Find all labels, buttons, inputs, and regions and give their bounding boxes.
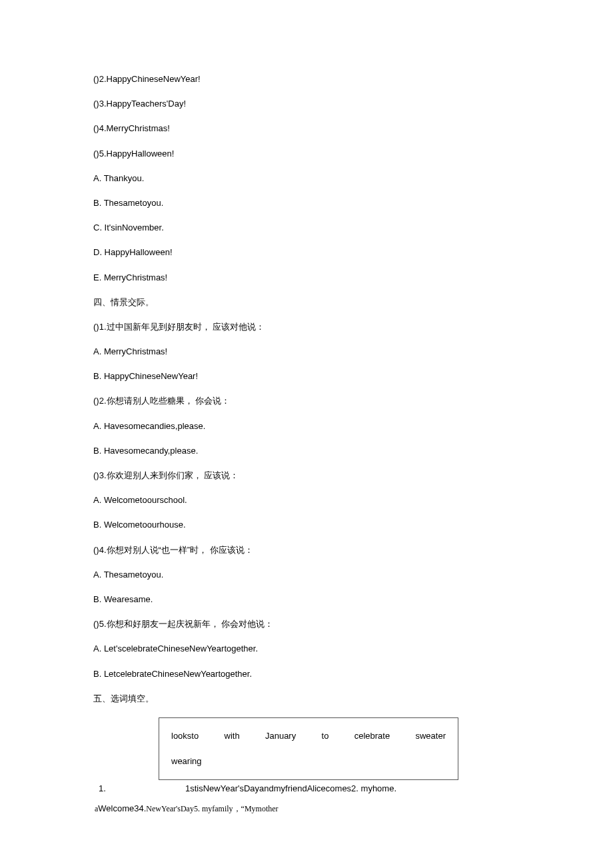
- q4-option-b: B. Wearesame.: [93, 594, 520, 606]
- match-option: C. It'sinNovember.: [93, 222, 520, 234]
- q1-prompt: ()1.过中国新年见到好朋友时， 应该对他说：: [93, 321, 520, 333]
- q5-prompt: ()5.你想和好朋友一起庆祝新年， 你会对他说：: [93, 618, 520, 630]
- section-4-title: 四、情景交际。: [93, 296, 520, 308]
- fill-line-1: 1. 1stisNewYear'sDayandmyfriendAlicecome…: [93, 783, 520, 795]
- q2-option-a: A. Havesomecandies,please.: [93, 420, 520, 432]
- word-bank-word: with: [225, 730, 240, 742]
- q5-option-a: A. Let'scelebrateChineseNewYeartogether.: [93, 643, 520, 655]
- word-bank-word: to: [322, 730, 329, 742]
- match-item: ()2.HappyChineseNewYear!: [93, 73, 520, 85]
- match-option: D. HappyHalloween!: [93, 246, 520, 258]
- word-bank-word: celebrate: [354, 730, 390, 742]
- q2-prompt: ()2.你想请别人吃些糖果， 你会说：: [93, 395, 520, 407]
- q4-option-a: A. Thesametoyou.: [93, 569, 520, 581]
- word-bank-word: looksto: [171, 730, 199, 742]
- document-page: ()2.HappyChineseNewYear! ()3.HappyTeache…: [0, 0, 613, 868]
- fill-text: NewYear'sDay5. myfamily，“Mymother: [146, 804, 278, 813]
- q3-option-a: A. Welcometoourschool.: [93, 494, 520, 506]
- q2-option-b: B. Havesomecandy,please.: [93, 445, 520, 457]
- word-bank-word: sweater: [415, 730, 446, 742]
- word-bank-word: wearing: [171, 755, 202, 767]
- match-option: A. Thankyou.: [93, 173, 520, 185]
- match-item: ()4.MerryChristmas!: [93, 123, 520, 135]
- q5-option-b: B. LetcelebrateChineseNewYeartogether.: [93, 668, 520, 680]
- match-option: E. MerryChristmas!: [93, 272, 520, 284]
- match-option: B. Thesametoyou.: [93, 197, 520, 209]
- word-bank-word: January: [265, 730, 296, 742]
- match-item: ()5.HappyHalloween!: [93, 148, 520, 160]
- q3-prompt: ()3.你欢迎别人来到你们家， 应该说：: [93, 470, 520, 482]
- word-bank-row: wearing: [171, 755, 446, 767]
- match-item: ()3.HappyTeachers'Day!: [93, 98, 520, 110]
- fill-text: Welcome34.: [98, 803, 146, 813]
- fill-number: 1.: [99, 783, 112, 795]
- q3-option-b: B. Welcometoourhouse.: [93, 519, 520, 531]
- fill-line-2: aWelcome34.NewYear'sDay5. myfamily，“Mymo…: [95, 803, 520, 815]
- fill-text: 1stisNewYear'sDayandmyfriendAlicecomes2.…: [185, 783, 396, 795]
- q1-option-b: B. HappyChineseNewYear!: [93, 370, 520, 382]
- word-bank-box: looksto with January to celebrate sweate…: [159, 717, 458, 780]
- section-5-title: 五、选词填空。: [93, 693, 520, 705]
- word-bank-row: looksto with January to celebrate sweate…: [171, 730, 446, 742]
- q4-prompt: ()4.你想对别人说“也一样”时， 你应该说：: [93, 544, 520, 556]
- q1-option-a: A. MerryChristmas!: [93, 346, 520, 358]
